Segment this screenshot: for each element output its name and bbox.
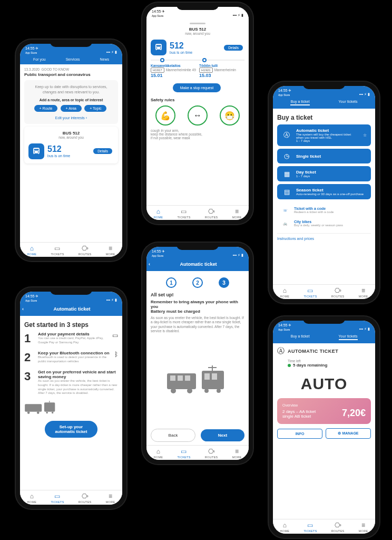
calendar-icon: ▦ xyxy=(281,170,292,178)
nav-tickets[interactable]: ▭TICKETS xyxy=(51,493,64,504)
info-button[interactable]: INFO xyxy=(277,429,322,439)
details-button[interactable]: Details xyxy=(224,45,243,51)
ticket-automatic[interactable]: Ⓐ Automatic ticket The system will buy t… xyxy=(277,124,371,146)
nav-more[interactable]: ≡MORE xyxy=(232,208,242,219)
tab-your-tickets[interactable]: Your tickets xyxy=(339,334,358,340)
phone-buy-ticket: 14:55 ✈App Store••• ⚡︎ ▮ Buy a ticket Yo… xyxy=(269,82,379,303)
bus-tram-illustration xyxy=(151,334,244,429)
nav-more[interactable]: ≡MORE xyxy=(106,493,115,504)
nav-home[interactable]: ⌂HOME xyxy=(27,245,37,256)
top-tabs: For you Services News xyxy=(20,55,122,64)
nav-more[interactable]: ≡MORE xyxy=(359,287,368,298)
nav-home[interactable]: ⌂HOME xyxy=(27,493,37,504)
svg-rect-3 xyxy=(44,403,55,412)
step-indicator: 1 2 3 xyxy=(151,274,244,292)
nav-home[interactable]: ⌂HOME xyxy=(280,287,290,298)
distance-icon: ↔ xyxy=(188,105,208,126)
nav-tickets[interactable]: ▭TICKETS xyxy=(177,448,190,459)
instructions-link[interactable]: Instructions and prices xyxy=(277,237,371,240)
back-icon[interactable]: ‹ xyxy=(22,306,24,312)
svg-point-17 xyxy=(217,389,221,393)
svg-point-12 xyxy=(187,388,192,393)
nav-tickets[interactable]: ▭TICKETS xyxy=(303,522,317,533)
svg-rect-8 xyxy=(170,375,175,381)
phone-bus-detail: 14:55 ✈App Store ••• ⚡︎ ▮ BUS 512 now, a… xyxy=(142,3,253,224)
tab-buy-ticket[interactable]: Buy a ticket xyxy=(290,334,309,340)
svg-point-1 xyxy=(27,411,30,414)
page-title: Buy a ticket xyxy=(277,114,371,121)
setup-auto-ticket-button[interactable]: Set-up your automatic ticket xyxy=(45,421,98,438)
nav-routes[interactable]: ⎔9ROUTES xyxy=(205,448,218,459)
nav-tickets[interactable]: ▭TICKETS xyxy=(51,245,64,256)
ticket-day[interactable]: ▦ Day ticket1 - 7 days xyxy=(277,166,371,181)
nav-more[interactable]: ≡MORE xyxy=(232,448,242,459)
ticket-season[interactable]: ▤ Season ticketAuto-renewing or 30 days … xyxy=(277,184,371,199)
svg-point-2 xyxy=(37,411,40,414)
next-button[interactable]: Next xyxy=(201,429,244,441)
nav-routes[interactable]: ⎔9ROUTES xyxy=(331,522,345,533)
manage-button[interactable]: ⚙ MANAGE xyxy=(326,428,371,439)
mask-icon: 😷 xyxy=(220,105,240,126)
svg-rect-15 xyxy=(212,373,217,380)
details-button[interactable]: Details xyxy=(93,148,112,154)
phone-auto-setup: 14:55 ✈App Store••• ⚡︎ ▮ ‹Automatic tick… xyxy=(16,287,126,509)
add-route-chip[interactable]: + Route xyxy=(34,105,58,112)
svg-point-4 xyxy=(46,412,48,414)
tab-for-you[interactable]: For you xyxy=(33,57,46,61)
edit-interests-link[interactable]: Edit your interests › xyxy=(28,116,114,120)
stop-request-button[interactable]: Make a stop request xyxy=(173,83,221,92)
nav-home[interactable]: ⌂HOME xyxy=(154,208,163,219)
card-icon: ▭ xyxy=(112,332,118,345)
phone-your-tickets: 14:55 ✈App Store••• ⚡︎ ▮ Buy a ticket Yo… xyxy=(269,316,379,538)
nav-routes[interactable]: ⎔9ROUTES xyxy=(331,287,345,298)
bike-icon: 🚲 xyxy=(280,221,290,226)
bus-icon xyxy=(28,143,44,159)
phone-icon: ☏ xyxy=(280,208,290,213)
nav-routes[interactable]: ⎔9ROUTES xyxy=(79,493,92,504)
ticket-code[interactable]: ☏ Ticket with a codeRedeem a ticket with… xyxy=(277,204,371,217)
back-button[interactable]: Back xyxy=(151,429,195,442)
back-icon[interactable]: ‹ xyxy=(149,262,150,267)
cough-arm-icon: 💪 xyxy=(155,105,175,126)
tab-buy-ticket[interactable]: Buy a ticket xyxy=(290,100,309,105)
clock-icon: ◷ xyxy=(281,152,292,160)
nav-routes[interactable]: ⎔9ROUTES xyxy=(79,245,92,256)
svg-point-5 xyxy=(52,412,54,414)
bus-icon xyxy=(151,40,166,55)
ticket-code: AUTO xyxy=(277,375,371,393)
nav-tickets[interactable]: ▭TICKETS xyxy=(177,208,190,219)
svg-point-11 xyxy=(171,388,176,393)
phone-home: 14:55 ✈App Store ••• ⚡︎ ▮ For you Servic… xyxy=(16,40,126,261)
ticket-single[interactable]: ◷ Single ticket xyxy=(277,149,371,163)
fav-icon: ☆ xyxy=(363,133,367,138)
svg-rect-9 xyxy=(178,375,183,381)
tab-services[interactable]: Services xyxy=(66,57,80,61)
svg-point-16 xyxy=(204,389,209,393)
nav-home[interactable]: ⌂HOME xyxy=(280,522,290,533)
add-area-chip[interactable]: + Area xyxy=(61,105,82,112)
auto-icon: Ⓐ xyxy=(277,346,285,356)
tab-your-tickets[interactable]: Your tickets xyxy=(339,100,358,105)
nav-more[interactable]: ≡MORE xyxy=(106,245,115,256)
nav-home[interactable]: ⌂HOME xyxy=(154,448,163,459)
bus-tram-illustration xyxy=(24,401,118,418)
svg-rect-10 xyxy=(185,375,190,381)
tab-news[interactable]: News xyxy=(100,57,110,61)
add-topic-chip[interactable]: + Topic xyxy=(84,105,106,112)
phone-auto-done: 14:55 ✈App Store••• ⚡︎ ▮ ‹Automatic tick… xyxy=(142,243,253,464)
news-headline[interactable]: Public transport and coronavirus xyxy=(24,72,118,77)
svg-rect-0 xyxy=(25,404,42,412)
city-bikes[interactable]: 🚲 City bikesBuy a daily, weekly or seaso… xyxy=(277,217,371,230)
svg-rect-14 xyxy=(204,373,210,380)
season-icon: ▤ xyxy=(281,188,292,196)
auto-icon: Ⓐ xyxy=(281,131,292,140)
bluetooth-icon: ᛒ xyxy=(114,351,118,364)
nav-more[interactable]: ≡MORE xyxy=(359,522,368,533)
nav-routes[interactable]: ⎔9ROUTES xyxy=(205,208,218,219)
nav-tickets[interactable]: ▭TICKETS xyxy=(303,287,317,298)
